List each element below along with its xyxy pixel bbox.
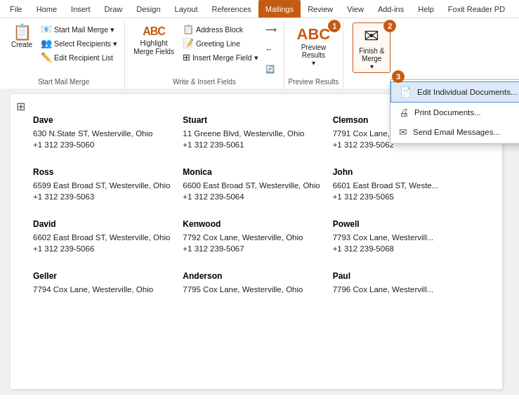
update-labels-button[interactable]: 🔄	[263, 63, 280, 75]
insert-field-label: Insert Merge Field	[192, 53, 252, 62]
address-block-label: Address Block	[196, 25, 243, 34]
match-fields-button[interactable]: ↔	[263, 44, 280, 55]
contact-address: 7794 Cox Lane, Westerville, Ohio	[33, 285, 173, 294]
print-docs-icon: 🖨	[399, 107, 409, 118]
match-icon: ↔	[265, 45, 273, 53]
badge-1: 1	[328, 20, 341, 32]
finish-merge-icon: ✉	[364, 25, 379, 47]
contact-name: Stuart	[183, 115, 322, 125]
tab-insert[interactable]: Insert	[64, 0, 98, 18]
contact-phone: +1 312 239-5063	[33, 192, 173, 201]
contact-phone: +1 312 239-5064	[183, 192, 322, 201]
badge-3: 3	[392, 70, 405, 83]
contact-cell: Ross 6599 East Broad ST, Westerville, Oh…	[32, 160, 181, 212]
tab-bar: File Home Insert Draw Design Layout Refe…	[0, 0, 519, 18]
start-mail-merge-button[interactable]: 📧 Start Mail Merge ▾	[38, 22, 120, 36]
write-insert-buttons: ABC HighlightMerge Fields 📋 Address Bloc…	[129, 22, 279, 75]
contact-name: David	[33, 219, 173, 229]
create-icon: 📋	[13, 25, 32, 40]
finish-group-label	[348, 84, 395, 86]
finish-chevron-icon: ▾	[370, 63, 374, 70]
rules-icon: ⟶	[265, 25, 277, 34]
group-finish-merge: ✉ Finish &Merge ▾ 2	[343, 21, 400, 88]
edit-docs-label: Edit Individual Documents...	[417, 88, 518, 96]
tab-review[interactable]: Review	[301, 0, 340, 18]
contact-phone: +1 312 239-5065	[333, 192, 473, 201]
contact-phone: +1 312 239-5067	[183, 244, 322, 253]
insert-small-btns: 📋 Address Block 📝 Greeting Line ⊞ Insert…	[180, 22, 261, 64]
badge-2: 2	[383, 20, 396, 32]
send-email-label: Send Email Messages...	[413, 128, 500, 136]
group-write-insert: ABC HighlightMerge Fields 📋 Address Bloc…	[125, 21, 284, 88]
contact-address: 6602 East Broad ST, Westerville, Ohio	[33, 233, 173, 242]
contact-address: 6601 East Broad ST, Weste...	[333, 181, 473, 190]
tab-file[interactable]: File	[3, 0, 29, 18]
contact-name: Powell	[333, 219, 473, 229]
contact-cell: Geller 7794 Cox Lane, Westerville, Ohio	[32, 264, 181, 308]
select-recipients-icon: 👥	[41, 38, 52, 48]
tab-home[interactable]: Home	[29, 0, 64, 18]
contact-name: Anderson	[183, 271, 322, 281]
edit-individual-docs-item[interactable]: 📄 Edit Individual Documents...	[390, 81, 519, 103]
tab-draw[interactable]: Draw	[98, 0, 130, 18]
select-recipients-button[interactable]: 👥 Select Recipients ▾	[38, 37, 120, 50]
extra-small-btns: ⟶ ↔ 🔄	[263, 24, 280, 75]
finish-merge-label: Finish &Merge	[359, 47, 384, 63]
contact-name: Ross	[33, 167, 173, 177]
contact-cell: David 6602 East Broad ST, Westerville, O…	[32, 212, 181, 264]
start-mail-merge-group-label: Start Mail Merge	[7, 77, 120, 86]
contact-phone: +1 312 239-5061	[183, 140, 322, 149]
chevron-down-icon: ▾	[110, 25, 114, 34]
contact-address: 630 N.State ST, Westerville, Ohio	[33, 129, 173, 138]
highlight-icon: ABC	[143, 25, 165, 38]
insert-merge-field-button[interactable]: ⊞ Insert Merge Field ▾	[180, 51, 261, 64]
tab-addins[interactable]: Add-ins	[371, 0, 411, 18]
create-button[interactable]: 📋 Create	[7, 22, 37, 51]
highlight-merge-fields-button[interactable]: ABC HighlightMerge Fields	[129, 22, 178, 59]
contact-phone: +1 312 239-5060	[33, 140, 173, 149]
update-icon: 🔄	[265, 65, 275, 74]
contact-phone: +1 312 239-5068	[333, 244, 473, 253]
contact-address: 7792 Cox Lane, Westerville, Ohio	[183, 233, 322, 242]
group-preview-results: ABC PreviewResults ▾ 1 Preview Results	[284, 21, 344, 88]
preview-buttons: ABC PreviewResults ▾ 1	[289, 22, 339, 75]
address-block-button[interactable]: 📋 Address Block	[180, 22, 261, 36]
tab-mailings[interactable]: Mailings	[258, 0, 301, 18]
rules-button[interactable]: ⟶	[263, 24, 280, 35]
contact-address: 6600 East Broad ST, Westerville, Ohio	[183, 181, 322, 190]
start-merge-label: Start Mail Merge	[54, 25, 108, 34]
contact-cell: Monica 6600 East Broad ST, Westerville, …	[181, 160, 331, 212]
contact-name: Kenwood	[183, 219, 322, 229]
edit-docs-icon: 📄	[400, 86, 412, 98]
greeting-line-button[interactable]: 📝 Greeting Line	[180, 37, 261, 50]
start-mail-merge-buttons: 📋 Create 📧 Start Mail Merge ▾ 👥 Select R…	[7, 22, 120, 75]
tab-help[interactable]: Help	[411, 0, 441, 18]
contact-address: 7796 Cox Lane, Westervill...	[333, 285, 473, 294]
contact-address: 7795 Cox Lane, Westerville, Ohio	[183, 285, 322, 294]
highlight-label: HighlightMerge Fields	[133, 39, 174, 56]
tab-layout[interactable]: Layout	[168, 0, 205, 18]
contact-name: Paul	[333, 271, 473, 281]
tab-foxit[interactable]: Foxit Reader PD	[441, 0, 512, 18]
tab-references[interactable]: References	[205, 0, 258, 18]
tab-design[interactable]: Design	[129, 0, 167, 18]
create-label: Create	[11, 41, 32, 49]
edit-recipients-icon: ✏️	[41, 52, 52, 63]
write-insert-group-label: Write & Insert Fields	[129, 77, 279, 86]
preview-group-label: Preview Results	[289, 77, 339, 86]
chevron-down-icon2: ▾	[113, 39, 117, 48]
preview-chevron-icon: ▾	[312, 59, 315, 67]
add-button[interactable]: ⊞	[16, 100, 25, 113]
send-email-item[interactable]: ✉ Send Email Messages...	[390, 122, 519, 142]
ribbon: File Home Insert Draw Design Layout Refe…	[0, 0, 519, 88]
contact-phone: +1 312 239-5066	[33, 244, 173, 253]
edit-recipient-list-button[interactable]: ✏️ Edit Recipient List	[38, 51, 120, 64]
contact-name: Geller	[33, 271, 173, 281]
contact-cell: Powell 7793 Cox Lane, Westervill... +1 3…	[331, 212, 481, 264]
preview-results-container: ABC PreviewResults ▾ 1	[291, 22, 337, 70]
print-documents-item[interactable]: 🖨 Print Documents...	[390, 103, 519, 122]
contact-address: 6599 East Broad ST, Westerville, Ohio	[33, 181, 173, 190]
tab-view[interactable]: View	[340, 0, 371, 18]
ribbon-content: 📋 Create 📧 Start Mail Merge ▾ 👥 Select R…	[0, 18, 519, 88]
preview-results-label: PreviewResults	[301, 44, 327, 59]
